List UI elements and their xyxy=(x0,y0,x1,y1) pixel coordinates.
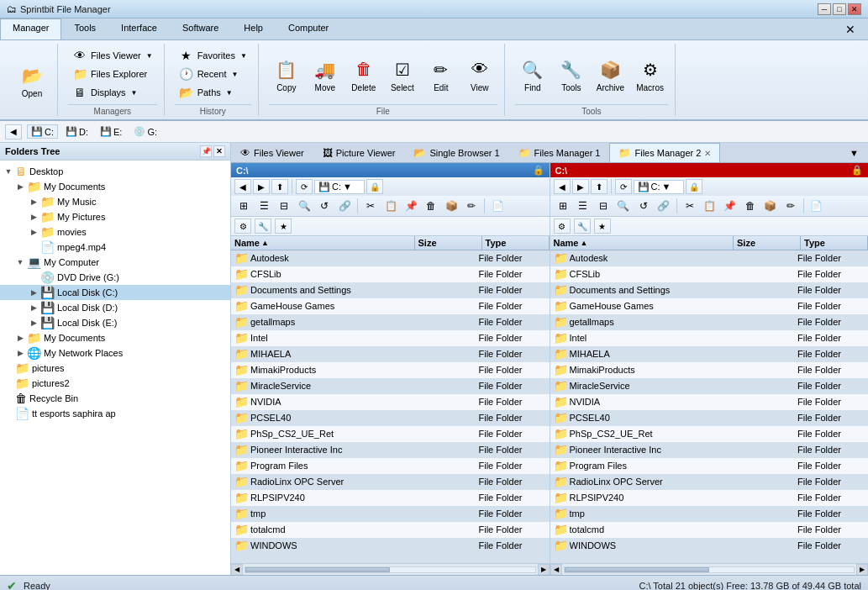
file-row[interactable]: 📁 Documents and Settings File Folder xyxy=(550,282,869,298)
minimize-button[interactable]: ─ xyxy=(818,3,831,15)
tree-item-dvd[interactable]: ▶ 💿 DVD Drive (G:) xyxy=(0,270,230,285)
file-row[interactable]: 📁 Autodesk File Folder xyxy=(231,250,550,266)
left-nav-btn3[interactable]: ★ xyxy=(275,219,292,234)
rt-btn10[interactable]: 🗑 xyxy=(741,198,760,214)
right-refresh-button[interactable]: ⟳ xyxy=(615,179,632,194)
tree-item-mymusic[interactable]: ▶ 📁 My Music xyxy=(0,194,230,209)
rt-btn12[interactable]: ✏ xyxy=(781,198,800,214)
right-nav-btn1[interactable]: ⚙ xyxy=(554,219,571,234)
rt-btn6[interactable]: 🔗 xyxy=(655,198,673,214)
file-row[interactable]: 📁 MimakiProducts File Folder xyxy=(231,362,550,378)
view-button[interactable]: 👁 View xyxy=(462,54,497,95)
tree-item-locale[interactable]: ▶ 💾 Local Disk (E:) xyxy=(0,315,230,330)
right-drive-selector[interactable]: 💾 C: ▼ xyxy=(634,180,684,194)
right-nav-btn2[interactable]: 🔧 xyxy=(574,219,591,234)
lt-btn12[interactable]: ✏ xyxy=(462,198,481,214)
close-button[interactable]: ✕ xyxy=(848,3,861,15)
right-col-name[interactable]: Name ▲ xyxy=(550,236,734,250)
files-manager-2-close[interactable]: ✕ xyxy=(704,149,711,158)
files-viewer-button[interactable]: 👁 Files Viewer ▼ xyxy=(68,47,157,64)
maximize-button[interactable]: □ xyxy=(833,3,846,15)
file-row[interactable]: 📁 CFSLib File Folder xyxy=(550,266,869,282)
file-row[interactable]: 📁 PCSEL40 File Folder xyxy=(550,410,869,426)
expand-locald[interactable]: ▶ xyxy=(27,301,40,314)
tools-button[interactable]: 🔧 Tools xyxy=(554,54,589,95)
rt-btn5[interactable]: ↺ xyxy=(634,198,653,214)
move-button[interactable]: 🚚 Move xyxy=(308,54,343,95)
right-panel-scrollbar[interactable]: ◀ ▶ xyxy=(550,563,869,575)
file-row[interactable]: 📁 totalcmd File Folder xyxy=(550,522,869,538)
tree-item-mycomputer[interactable]: ▼ 💻 My Computer xyxy=(0,255,230,270)
left-nav-btn2[interactable]: 🔧 xyxy=(255,219,271,234)
delete-button[interactable]: 🗑 Delete xyxy=(346,54,381,95)
file-row[interactable]: 📁 WINDOWS File Folder xyxy=(231,538,550,554)
tabs-expand-button[interactable]: ▼ xyxy=(840,143,868,162)
rt-btn7[interactable]: ✂ xyxy=(681,198,699,214)
find-button[interactable]: 🔍 Find xyxy=(515,54,550,95)
file-row[interactable]: 📁 tmp File Folder xyxy=(231,506,550,522)
lt-btn8[interactable]: 📋 xyxy=(381,198,400,214)
left-sb-right[interactable]: ▶ xyxy=(538,564,550,576)
tree-item-pictures2[interactable]: ▶ 📁 pictures2 xyxy=(0,376,230,391)
rt-btn8[interactable]: 📋 xyxy=(701,198,719,214)
lt-btn3[interactable]: ⊟ xyxy=(275,198,293,214)
file-row[interactable]: 📁 Autodesk File Folder xyxy=(550,250,869,266)
file-row[interactable]: 📁 Intel File Folder xyxy=(231,330,550,346)
rt-btn13[interactable]: 📄 xyxy=(808,198,826,214)
rt-btn2[interactable]: ☰ xyxy=(574,198,592,214)
left-col-size[interactable]: Size xyxy=(415,236,482,250)
drive-e[interactable]: 💾 E: xyxy=(96,124,126,139)
right-back-button[interactable]: ◀ xyxy=(554,179,571,194)
file-row[interactable]: 📁 NVIDIA File Folder xyxy=(550,394,869,410)
expand-localc[interactable]: ▶ xyxy=(27,286,40,299)
file-row[interactable]: 📁 NVIDIA File Folder xyxy=(231,394,550,410)
left-sb-left[interactable]: ◀ xyxy=(231,564,243,576)
tree-item-mypictures[interactable]: ▶ 📁 My Pictures xyxy=(0,209,230,224)
file-row[interactable]: 📁 Documents and Settings File Folder xyxy=(231,282,550,298)
ribbon-close-button[interactable]: ✕ xyxy=(833,18,868,40)
drive-c[interactable]: 💾 C: xyxy=(27,124,58,139)
recent-button[interactable]: 🕐 Recent ▼ xyxy=(175,66,251,82)
expand-mymusic[interactable]: ▶ xyxy=(27,195,40,208)
lt-btn6[interactable]: 🔗 xyxy=(335,198,354,214)
expand-mydocs2[interactable]: ▶ xyxy=(13,331,27,345)
lt-btn13[interactable]: 📄 xyxy=(488,198,507,214)
left-forward-button[interactable]: ▶ xyxy=(253,179,270,194)
right-col-type[interactable]: Type xyxy=(801,236,868,250)
lt-btn11[interactable]: 📦 xyxy=(442,198,460,214)
file-row[interactable]: 📁 tmp File Folder xyxy=(550,506,869,522)
paths-button[interactable]: 📂 Paths ▼ xyxy=(175,84,251,101)
lt-btn10[interactable]: 🗑 xyxy=(422,198,440,214)
edit-button[interactable]: ✏ Edit xyxy=(423,54,459,95)
file-row[interactable]: 📁 WINDOWS File Folder xyxy=(550,538,869,554)
expand-mycomputer[interactable]: ▼ xyxy=(13,255,27,269)
tree-item-mydocs[interactable]: ▶ 📁 My Documents xyxy=(0,179,230,194)
tree-item-mydocs2[interactable]: ▶ 📁 My Documents xyxy=(0,330,230,345)
tab-files-manager-2[interactable]: 📁 Files Manager 2 ✕ xyxy=(609,143,720,162)
tab-tools[interactable]: Tools xyxy=(61,18,108,40)
tree-item-movies[interactable]: ▶ 📁 movies xyxy=(0,224,230,240)
tab-interface[interactable]: Interface xyxy=(108,18,170,40)
tab-single-browser[interactable]: 📂 Single Browser 1 xyxy=(404,143,508,162)
file-row[interactable]: 📁 getallmaps File Folder xyxy=(231,314,550,330)
tab-picture-viewer[interactable]: 🖼 Picture Viewer xyxy=(313,143,405,162)
right-bookmark-button[interactable]: 🔒 xyxy=(686,179,702,194)
file-row[interactable]: 📁 GameHouse Games File Folder xyxy=(231,298,550,314)
right-forward-button[interactable]: ▶ xyxy=(572,179,589,194)
drive-d[interactable]: 💾 D: xyxy=(61,124,92,139)
select-button[interactable]: ☑ Select xyxy=(385,54,420,95)
lt-btn5[interactable]: ↺ xyxy=(315,198,334,214)
file-row[interactable]: 📁 MiracleService File Folder xyxy=(550,378,869,394)
lt-btn2[interactable]: ☰ xyxy=(255,198,273,214)
left-sb-track[interactable] xyxy=(245,566,536,573)
file-row[interactable]: 📁 Program Files File Folder xyxy=(231,458,550,474)
left-panel-scrollbar[interactable]: ◀ ▶ xyxy=(231,563,550,575)
right-sb-thumb[interactable] xyxy=(565,567,709,572)
macros-button[interactable]: ⚙ Macros xyxy=(632,54,668,95)
file-row[interactable]: 📁 Pioneer Interactive Inc File Folder xyxy=(231,442,550,458)
tree-item-pictures[interactable]: ▶ 📁 pictures xyxy=(0,361,230,376)
tree-item-recycle[interactable]: ▶ 🗑 Recycle Bin xyxy=(0,391,230,406)
rt-btn11[interactable]: 📦 xyxy=(761,198,780,214)
left-sb-thumb[interactable] xyxy=(245,567,390,572)
rt-btn4[interactable]: 🔍 xyxy=(614,198,633,214)
